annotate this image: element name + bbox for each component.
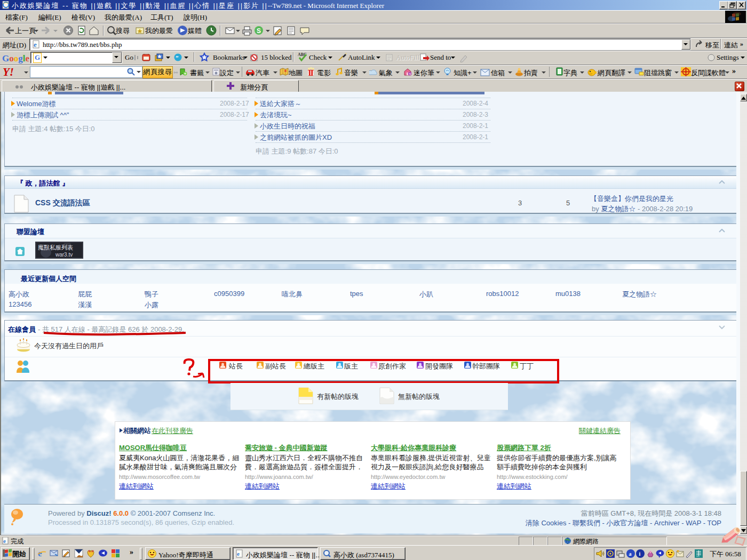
svg-text:上一頁: 上一頁 bbox=[15, 27, 36, 35]
svg-text:war3.tv: war3.tv bbox=[55, 252, 73, 258]
svg-text:i: i bbox=[639, 551, 641, 557]
svg-text:Google: Google bbox=[2, 53, 29, 63]
svg-text:e: e bbox=[237, 550, 240, 557]
svg-text:a: a bbox=[629, 551, 632, 557]
svg-text:”: ” bbox=[176, 54, 179, 61]
svg-text:Y!: Y! bbox=[3, 66, 14, 78]
svg-text:e: e bbox=[3, 538, 6, 544]
svg-text:Y: Y bbox=[409, 73, 412, 76]
svg-text:媒體: 媒體 bbox=[188, 27, 202, 35]
svg-text:魔獸私服列表: 魔獸私服列表 bbox=[38, 244, 73, 251]
svg-text:我的最愛: 我的最愛 bbox=[145, 27, 173, 35]
svg-text:S: S bbox=[257, 27, 261, 35]
svg-text:搜尋: 搜尋 bbox=[115, 27, 130, 35]
svg-text:e: e bbox=[34, 41, 37, 49]
